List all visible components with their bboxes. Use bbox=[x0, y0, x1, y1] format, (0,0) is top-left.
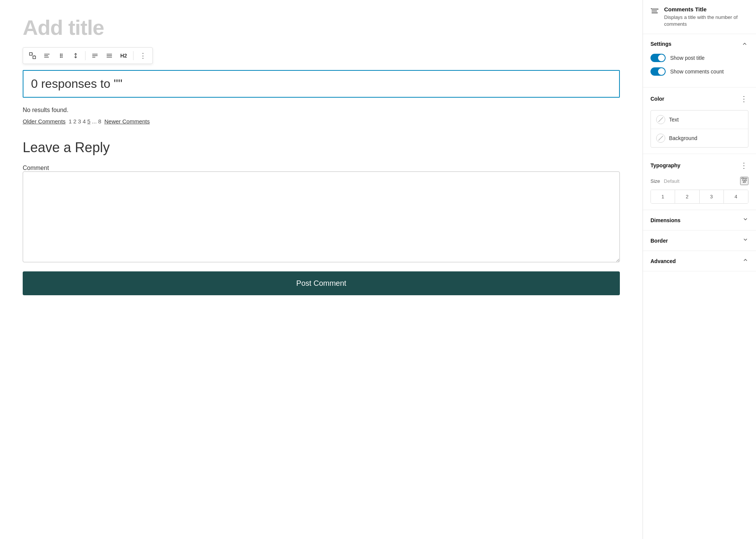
size-default-value: Default bbox=[664, 178, 679, 184]
comments-title-icon bbox=[650, 7, 660, 18]
pagination: Older Comments 1 2 3 4 5 ... 8 Newer Com… bbox=[23, 118, 620, 125]
svg-rect-0 bbox=[29, 53, 32, 55]
advanced-collapse-icon bbox=[742, 257, 748, 265]
toolbar-comments-icon-btn[interactable] bbox=[40, 50, 53, 61]
show-comments-count-toggle[interactable] bbox=[650, 67, 666, 76]
page-1[interactable]: 1 bbox=[68, 118, 71, 125]
svg-point-8 bbox=[62, 54, 63, 55]
newer-comments-link[interactable]: Newer Comments bbox=[104, 118, 150, 125]
size-row: Size Default bbox=[650, 177, 748, 185]
toolbar-move-btn[interactable] bbox=[69, 50, 82, 61]
page-2[interactable]: 2 bbox=[73, 118, 76, 125]
background-color-row[interactable]: Background bbox=[651, 129, 748, 147]
sidebar-header-text: Comments Title Displays a title with the… bbox=[664, 6, 748, 28]
svg-point-9 bbox=[60, 55, 61, 56]
toolbar-justify-btn[interactable] bbox=[103, 50, 116, 61]
color-label: Color bbox=[650, 96, 664, 102]
svg-point-28 bbox=[742, 178, 744, 179]
settings-section-header: Settings bbox=[650, 40, 748, 48]
svg-point-12 bbox=[62, 57, 63, 58]
dimensions-expand-icon bbox=[742, 216, 748, 224]
size-option-1[interactable]: 1 bbox=[651, 190, 675, 203]
sidebar-panel: Comments Title Displays a title with the… bbox=[643, 0, 756, 539]
toolbar-transform-btn[interactable] bbox=[26, 50, 39, 61]
advanced-label: Advanced bbox=[650, 258, 676, 264]
comment-label: Comment bbox=[23, 165, 49, 171]
show-post-title-row: Show post title bbox=[650, 54, 748, 62]
show-comments-count-row: Show comments count bbox=[650, 67, 748, 76]
svg-line-23 bbox=[658, 117, 663, 122]
size-label: Size bbox=[650, 178, 660, 184]
settings-collapse-btn[interactable] bbox=[741, 40, 748, 48]
svg-point-11 bbox=[60, 57, 61, 58]
color-section: Color ⋮ Text Background bbox=[643, 87, 756, 154]
toolbar-h2-btn[interactable]: H2 bbox=[117, 50, 130, 61]
dimensions-section[interactable]: Dimensions bbox=[643, 210, 756, 231]
sidebar-block-title: Comments Title bbox=[664, 6, 748, 12]
show-comments-count-label: Show comments count bbox=[670, 69, 724, 75]
toolbar-h2-label: H2 bbox=[120, 53, 127, 59]
settings-label: Settings bbox=[650, 41, 671, 47]
add-title-placeholder: Add title bbox=[23, 15, 620, 40]
toolbar-divider2 bbox=[133, 51, 134, 60]
background-color-swatch bbox=[656, 134, 665, 143]
block-toolbar: H2 ⋮ bbox=[23, 47, 153, 64]
color-more-btn[interactable]: ⋮ bbox=[739, 93, 748, 104]
sidebar-block-description: Displays a title with the number of comm… bbox=[664, 14, 748, 28]
toolbar-align-left-btn[interactable] bbox=[88, 50, 101, 61]
border-expand-icon bbox=[742, 237, 748, 245]
comments-title-block[interactable]: 0 responses to "" bbox=[23, 70, 620, 98]
no-results-text: No results found. bbox=[23, 107, 620, 114]
show-post-title-label: Show post title bbox=[670, 55, 705, 61]
dimensions-label: Dimensions bbox=[650, 217, 680, 223]
size-option-2[interactable]: 2 bbox=[675, 190, 699, 203]
settings-section: Settings Show post title Show comments c… bbox=[643, 34, 756, 87]
text-color-label: Text bbox=[669, 117, 679, 123]
page-numbers: 1 2 3 4 5 ... 8 bbox=[68, 118, 101, 125]
typography-more-btn[interactable]: ⋮ bbox=[739, 160, 748, 171]
toolbar-drag-btn[interactable] bbox=[55, 50, 68, 61]
svg-rect-1 bbox=[33, 56, 36, 59]
svg-point-29 bbox=[745, 179, 747, 181]
comments-title-text: 0 responses to "" bbox=[31, 77, 123, 90]
typography-label: Typography bbox=[650, 162, 680, 168]
page-4[interactable]: 4 bbox=[82, 118, 85, 125]
background-color-label: Background bbox=[669, 135, 697, 141]
size-option-4[interactable]: 4 bbox=[724, 190, 748, 203]
svg-point-30 bbox=[744, 181, 745, 183]
text-color-row[interactable]: Text bbox=[651, 111, 748, 129]
svg-point-7 bbox=[60, 54, 61, 55]
advanced-section[interactable]: Advanced bbox=[643, 251, 756, 271]
older-comments-link[interactable]: Older Comments bbox=[23, 118, 65, 125]
border-label: Border bbox=[650, 238, 668, 244]
size-option-3[interactable]: 3 bbox=[700, 190, 724, 203]
show-post-title-toggle[interactable] bbox=[650, 54, 666, 62]
post-comment-button[interactable]: Post Comment bbox=[23, 271, 620, 295]
sidebar-block-header: Comments Title Displays a title with the… bbox=[643, 0, 756, 34]
svg-line-24 bbox=[658, 136, 663, 140]
leave-reply-heading: Leave a Reply bbox=[23, 140, 620, 156]
color-section-header: Color ⋮ bbox=[650, 93, 748, 104]
page-8[interactable]: 8 bbox=[98, 118, 101, 125]
page-5[interactable]: 5 bbox=[87, 118, 90, 125]
typography-section-header: Typography ⋮ bbox=[650, 160, 748, 171]
page-ellipsis: ... bbox=[92, 118, 97, 125]
svg-point-10 bbox=[62, 55, 63, 56]
comment-textarea[interactable] bbox=[23, 171, 620, 262]
size-slider: 1 2 3 4 bbox=[650, 190, 748, 204]
border-section[interactable]: Border bbox=[643, 231, 756, 251]
page-3[interactable]: 3 bbox=[78, 118, 81, 125]
toolbar-more-btn[interactable]: ⋮ bbox=[137, 49, 149, 62]
typography-section: Typography ⋮ Size Default 1 2 3 4 bbox=[643, 154, 756, 210]
editor-area: Add title bbox=[0, 0, 643, 539]
size-filter-btn[interactable] bbox=[740, 177, 748, 185]
toolbar-divider1 bbox=[85, 51, 85, 60]
svg-rect-22 bbox=[651, 8, 652, 9]
color-panel: Text Background bbox=[650, 110, 748, 148]
text-color-swatch bbox=[656, 115, 665, 124]
